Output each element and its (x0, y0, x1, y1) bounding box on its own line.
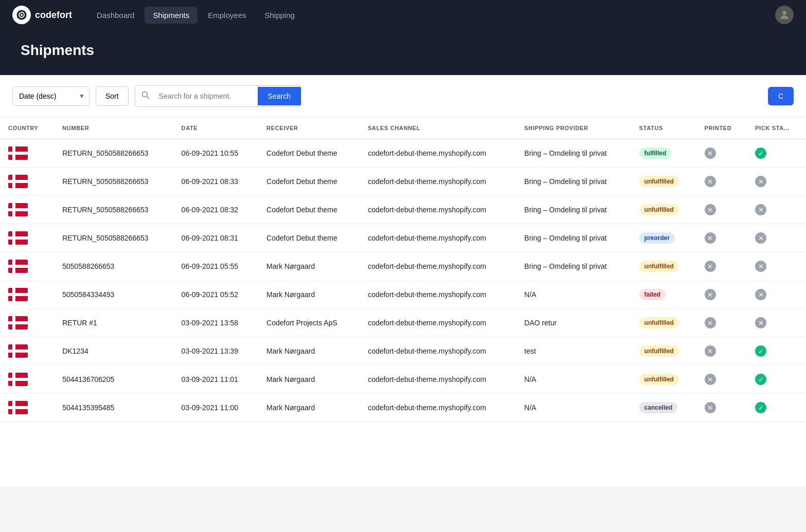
cell-number: 5044135395485 (54, 394, 173, 422)
search-wrapper: Search (135, 85, 301, 107)
cell-pick-status: ✓ (747, 394, 806, 422)
status-badge: unfulfilled (639, 345, 679, 357)
table-row[interactable]: DK123403-09-2021 13:39Mark Nørgaardcodef… (0, 337, 806, 365)
cell-country (0, 365, 54, 394)
cell-receiver: Mark Nørgaard (258, 281, 360, 309)
cell-sales-channel: codefort-debut-theme.myshopify.com (360, 139, 516, 168)
table-row[interactable]: 505058826665306-09-2021 05:55Mark Nørgaa… (0, 252, 806, 281)
sort-select[interactable]: Date (desc) Date (asc) Number (asc) Numb… (13, 87, 75, 105)
cell-status: cancelled (631, 394, 696, 422)
printed-icon: ✕ (705, 374, 716, 385)
flag-dk (8, 401, 28, 414)
col-shipping-provider: SHIPPING PROVIDER (516, 118, 631, 139)
chevron-down-icon: ▼ (75, 93, 89, 100)
cell-pick-status: ✕ (747, 252, 806, 281)
pick-status-icon: ✕ (755, 289, 766, 300)
cell-printed: ✕ (696, 309, 747, 337)
logo-area[interactable]: codefort (12, 6, 72, 24)
search-input[interactable] (155, 87, 258, 105)
cell-pick-status: ✓ (747, 365, 806, 394)
create-button[interactable]: C (768, 87, 794, 105)
pick-status-icon: ✕ (755, 232, 766, 244)
cell-printed: ✕ (696, 281, 747, 309)
cell-printed: ✕ (696, 196, 747, 224)
cell-receiver: Mark Nørgaard (258, 337, 360, 365)
table-row[interactable]: RETURN_505058826665306-09-2021 10:55Code… (0, 139, 806, 168)
printed-icon: ✕ (705, 148, 716, 159)
logo-text: codefort (35, 10, 72, 21)
cell-pick-status: ✕ (747, 168, 806, 196)
status-badge: unfulfilled (639, 204, 679, 215)
cell-shipping-provider: Bring – Omdeling til privat (516, 224, 631, 252)
flag-dk (8, 344, 28, 358)
svg-line-5 (147, 97, 149, 99)
col-receiver: RECEIVER (258, 118, 360, 139)
cell-status: failed (631, 281, 696, 309)
flag-dk (8, 146, 28, 160)
status-badge: preorder (639, 232, 675, 244)
sort-button[interactable]: Sort (96, 86, 129, 106)
cell-receiver: Codefort Debut theme (258, 168, 360, 196)
nav-dashboard[interactable]: Dashboard (88, 7, 142, 24)
cell-status: unfulfilled (631, 168, 696, 196)
cell-printed: ✕ (696, 365, 747, 394)
cell-shipping-provider: N/A (516, 394, 631, 422)
cell-status: preorder (631, 224, 696, 252)
nav-shipments[interactable]: Shipments (145, 7, 198, 24)
cell-sales-channel: codefort-debut-theme.myshopify.com (360, 309, 516, 337)
content-area: Date (desc) Date (asc) Number (asc) Numb… (0, 75, 806, 486)
flag-dk (8, 260, 28, 273)
printed-icon: ✕ (705, 261, 716, 272)
search-icon (135, 86, 155, 106)
table-container: COUNTRY NUMBER DATE RECEIVER SALES CHANN… (0, 118, 806, 422)
cell-date: 03-09-2021 11:01 (173, 365, 258, 394)
cell-sales-channel: codefort-debut-theme.myshopify.com (360, 365, 516, 394)
pick-status-icon: ✓ (755, 374, 766, 385)
cell-number: 5050588266653 (54, 252, 173, 281)
table-row[interactable]: 505058433449306-09-2021 05:52Mark Nørgaa… (0, 281, 806, 309)
cell-status: unfulfilled (631, 365, 696, 394)
pick-status-icon: ✓ (755, 345, 766, 357)
table-row[interactable]: RETURN_505058826665306-09-2021 08:31Code… (0, 224, 806, 252)
table-row[interactable]: RETUR #103-09-2021 13:58Codefort Project… (0, 309, 806, 337)
search-button[interactable]: Search (258, 87, 301, 105)
pick-status-icon: ✓ (755, 148, 766, 159)
navbar: codefort Dashboard Shipments Employees S… (0, 0, 806, 30)
cell-country (0, 224, 54, 252)
cell-date: 03-09-2021 11:00 (173, 394, 258, 422)
cell-number: RETURN_5050588266653 (54, 224, 173, 252)
cell-country (0, 281, 54, 309)
table-header: COUNTRY NUMBER DATE RECEIVER SALES CHANN… (0, 118, 806, 139)
status-badge: fulfilled (639, 148, 672, 159)
nav-employees[interactable]: Employees (200, 7, 254, 24)
table-row[interactable]: 504413670620503-09-2021 11:01Mark Nørgaa… (0, 365, 806, 394)
cell-country (0, 139, 54, 168)
cell-receiver: Codefort Debut theme (258, 224, 360, 252)
cell-printed: ✕ (696, 252, 747, 281)
cell-shipping-provider: N/A (516, 281, 631, 309)
cell-shipping-provider: Bring – Omdeling til privat (516, 196, 631, 224)
cell-shipping-provider: Bring – Omdeling til privat (516, 139, 631, 168)
cell-pick-status: ✕ (747, 309, 806, 337)
status-badge: failed (639, 289, 666, 300)
cell-printed: ✕ (696, 337, 747, 365)
cell-receiver: Mark Nørgaard (258, 365, 360, 394)
table-row[interactable]: 504413539548503-09-2021 11:00Mark Nørgaa… (0, 394, 806, 422)
printed-icon: ✕ (705, 176, 716, 187)
table-row[interactable]: RETURN_505058826665306-09-2021 08:32Code… (0, 196, 806, 224)
sort-select-wrapper[interactable]: Date (desc) Date (asc) Number (asc) Numb… (12, 86, 89, 106)
nav-shipping[interactable]: Shipping (256, 7, 302, 24)
flag-dk (8, 288, 28, 301)
cell-receiver: Codefort Debut theme (258, 139, 360, 168)
cell-date: 06-09-2021 08:32 (173, 196, 258, 224)
cell-status: unfulfilled (631, 252, 696, 281)
cell-pick-status: ✕ (747, 196, 806, 224)
cell-number: DK1234 (54, 337, 173, 365)
status-badge: unfulfilled (639, 317, 679, 328)
flag-dk (8, 231, 28, 245)
cell-printed: ✕ (696, 168, 747, 196)
table-row[interactable]: RETURN_505058826665306-09-2021 08:33Code… (0, 168, 806, 196)
cell-number: RETURN_5050588266653 (54, 168, 173, 196)
col-pick-status: PICK STA... (747, 118, 806, 139)
avatar[interactable] (775, 6, 794, 24)
